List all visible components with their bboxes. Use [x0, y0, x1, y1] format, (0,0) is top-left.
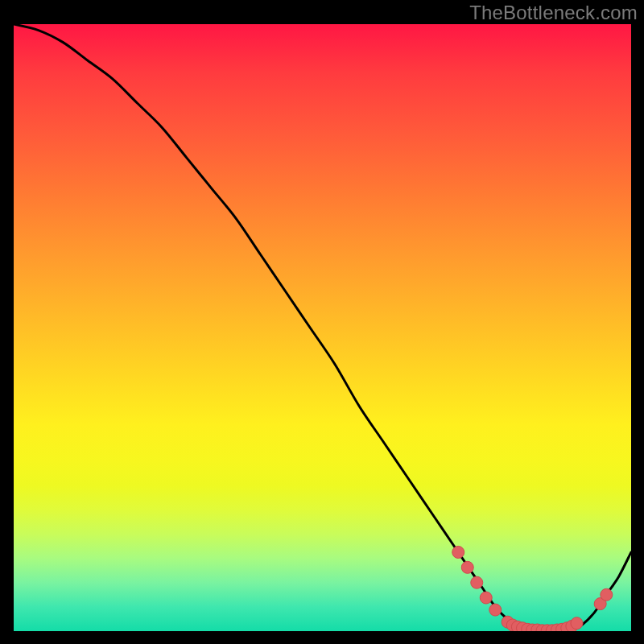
data-marker — [461, 561, 473, 573]
data-marker — [480, 592, 492, 604]
curve-layer — [14, 24, 631, 631]
chart-frame: TheBottleneck.com — [0, 0, 644, 644]
plot-area — [14, 24, 631, 631]
bottleneck-curve — [14, 24, 631, 631]
watermark-text: TheBottleneck.com — [469, 2, 638, 24]
data-marker — [471, 576, 483, 588]
data-marker — [601, 588, 613, 601]
data-marker — [571, 617, 583, 630]
data-marker — [452, 546, 464, 558]
data-marker — [489, 604, 502, 616]
